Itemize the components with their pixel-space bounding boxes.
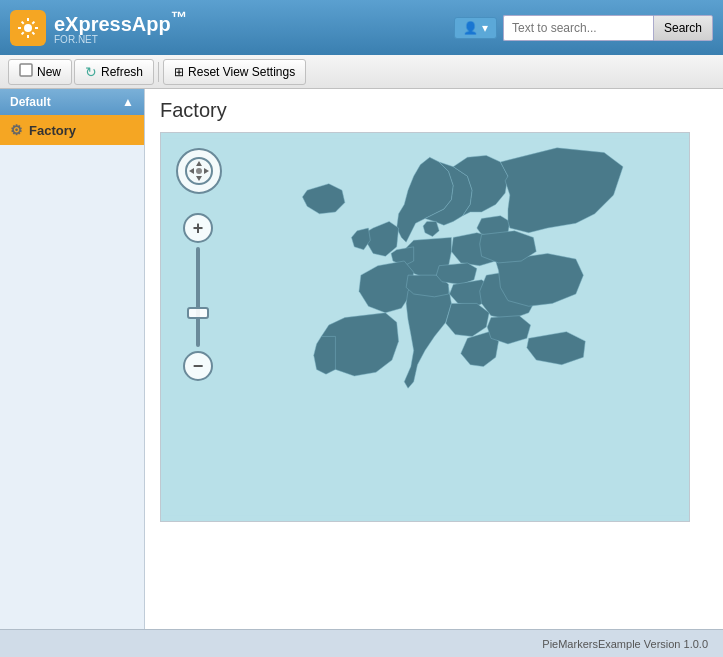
search-input[interactable] [503, 15, 653, 41]
factory-gear-icon: ⚙ [10, 122, 23, 138]
user-avatar-icon: 👤 [463, 21, 478, 35]
reset-view-button[interactable]: ⊞ Reset View Settings [163, 59, 306, 85]
refresh-label: Refresh [101, 65, 143, 79]
header: eXpressApp™ FOR.NET 👤 ▾ Search [0, 0, 723, 55]
user-dropdown-icon: ▾ [482, 21, 488, 35]
zoom-thumb[interactable] [187, 307, 209, 319]
europe-map-svg [161, 133, 689, 521]
reset-icon: ⊞ [174, 65, 184, 79]
logo-area: eXpressApp™ FOR.NET [10, 10, 187, 46]
svg-marker-5 [189, 168, 194, 174]
svg-rect-1 [20, 64, 32, 76]
app-name: eXpressApp™ [54, 10, 187, 34]
zoom-control: + − [183, 213, 213, 381]
map-container[interactable]: + − [160, 132, 690, 522]
svg-point-7 [196, 168, 202, 174]
refresh-icon: ↻ [85, 64, 97, 80]
sidebar-item-factory[interactable]: ⚙ Factory [0, 115, 144, 145]
app-title-block: eXpressApp™ FOR.NET [54, 10, 187, 45]
new-icon [19, 63, 33, 80]
reset-label: Reset View Settings [188, 65, 295, 79]
page-title: Factory [160, 99, 708, 122]
content-area: Factory + − [145, 89, 723, 629]
svg-marker-3 [196, 161, 202, 166]
svg-marker-6 [204, 168, 209, 174]
search-box: Search [503, 15, 713, 41]
map-navigation-control[interactable] [176, 148, 222, 194]
refresh-button[interactable]: ↻ Refresh [74, 59, 154, 85]
toolbar: New ↻ Refresh ⊞ Reset View Settings [0, 55, 723, 89]
sidebar-group-header[interactable]: Default ▲ [0, 89, 144, 115]
header-right: 👤 ▾ Search [454, 15, 713, 41]
footer-text: PieMarkersExample Version 1.0.0 [542, 638, 708, 650]
app-logo-icon [10, 10, 46, 46]
main-layout: Default ▲ ⚙ Factory Factory [0, 89, 723, 629]
sidebar-collapse-icon: ▲ [122, 95, 134, 109]
user-button[interactable]: 👤 ▾ [454, 17, 497, 39]
sidebar-item-label: Factory [29, 123, 76, 138]
new-button[interactable]: New [8, 59, 72, 85]
zoom-in-button[interactable]: + [183, 213, 213, 243]
zoom-track[interactable] [196, 247, 200, 347]
zoom-out-button[interactable]: − [183, 351, 213, 381]
svg-marker-4 [196, 176, 202, 181]
svg-point-0 [24, 24, 32, 32]
sidebar-group-label: Default [10, 95, 51, 109]
footer: PieMarkersExample Version 1.0.0 [0, 629, 723, 657]
search-button[interactable]: Search [653, 15, 713, 41]
sidebar: Default ▲ ⚙ Factory [0, 89, 145, 629]
app-subtitle: FOR.NET [54, 34, 187, 45]
new-label: New [37, 65, 61, 79]
toolbar-separator [158, 62, 159, 82]
